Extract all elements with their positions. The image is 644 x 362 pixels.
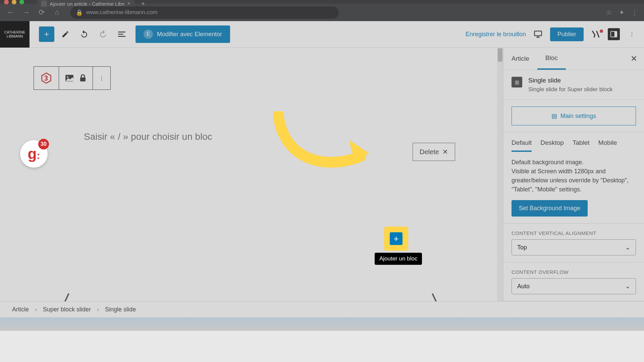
svg-point-4	[67, 76, 68, 78]
tab-favicon-icon	[41, 1, 47, 7]
block-title: Single slide	[528, 77, 612, 84]
set-background-image-button[interactable]: Set Background Image	[512, 200, 588, 217]
settings-list-icon: ▤	[551, 112, 557, 120]
slider-prev-button[interactable]: 〈	[50, 289, 72, 301]
editor-top-toolbar: CATHERINE LIBMANN + E Modifier avec Elem…	[0, 21, 644, 48]
breadcrumb-article[interactable]: Article	[12, 306, 29, 313]
undo-button[interactable]	[76, 26, 92, 42]
device-tabs: Default Desktop Tablet Mobile	[512, 139, 636, 152]
browser-menu-icon[interactable]: ⋮	[631, 8, 638, 16]
toggle-block-inserter-button[interactable]: +	[39, 26, 54, 42]
document-overview-button[interactable]	[114, 26, 129, 42]
logo-line2: LIBMANN	[7, 34, 23, 38]
publish-button[interactable]: Publier	[550, 27, 584, 41]
url-text: www.catherine-libmann.com	[86, 9, 158, 16]
slide-icon	[65, 74, 74, 82]
chevron-down-icon: ⌄	[625, 283, 630, 290]
minimize-window-icon[interactable]	[12, 0, 16, 4]
scrollbar-thumb[interactable]	[498, 48, 502, 62]
tools-pencil-icon[interactable]	[58, 26, 73, 42]
svg-rect-2	[614, 32, 617, 37]
breadcrumb-super-block-slider[interactable]: Super block slider	[43, 306, 91, 313]
vertical-align-value: Top	[517, 244, 527, 251]
elementor-icon: E	[144, 29, 153, 39]
block-description: Single slide for Super slider block	[528, 86, 612, 93]
canvas-scrollbar[interactable]	[497, 48, 503, 301]
logo-line1: CATHERINE	[4, 30, 25, 34]
super-slider-hex-icon	[40, 72, 53, 84]
home-button[interactable]: ⌂	[52, 8, 62, 17]
device-tab-mobile[interactable]: Mobile	[598, 139, 617, 152]
lock-icon	[79, 74, 87, 82]
breadcrumb-single-slide[interactable]: Single slide	[105, 306, 136, 313]
save-draft-link[interactable]: Enregistrer le brouillon	[466, 31, 526, 38]
getgenie-logo-icon: g:	[28, 145, 40, 162]
reload-button[interactable]: ⟳	[37, 8, 46, 17]
delete-label: Delete	[420, 148, 439, 156]
tab-close-icon[interactable]: ×	[127, 1, 130, 7]
device-tab-default[interactable]: Default	[512, 139, 532, 152]
main-settings-button[interactable]: ▤ Main settings	[512, 107, 636, 125]
overflow-select[interactable]: Auto ⌄	[512, 278, 636, 294]
getgenie-badge[interactable]: g: 30	[20, 140, 48, 168]
svg-rect-0	[534, 31, 541, 36]
delete-slide-button[interactable]: Delete ✕	[413, 143, 455, 161]
block-placeholder-text[interactable]: Saisir « / » pour choisir un bloc	[84, 131, 212, 142]
add-block-highlight: +	[384, 227, 408, 251]
kebab-icon: ⋮	[99, 75, 104, 81]
back-button[interactable]: ←	[6, 8, 15, 17]
block-type-button[interactable]	[34, 66, 59, 90]
slider-next-button[interactable]: 〉	[429, 289, 451, 301]
getgenie-count-badge: 30	[38, 139, 49, 149]
close-x-icon: ✕	[442, 148, 448, 156]
redo-button[interactable]	[95, 26, 111, 42]
block-slide-lock-group[interactable]	[59, 66, 93, 90]
yoast-status-dot-icon	[600, 29, 603, 33]
settings-sidebar: Article Bloc ✕ ▥ Single slide Single sli…	[503, 48, 644, 301]
sidebar-close-button[interactable]: ✕	[624, 54, 644, 63]
editor-canvas[interactable]: ⋮ Saisir « / » pour choisir un bloc Dele…	[0, 48, 503, 301]
url-input[interactable]: 🔒 www.catherine-libmann.com	[70, 6, 339, 19]
block-breadcrumb: Article › Super block slider › Single sl…	[0, 301, 644, 317]
block-more-options-button[interactable]: ⋮	[93, 66, 111, 90]
maximize-window-icon[interactable]	[19, 0, 24, 4]
plus-icon: +	[393, 234, 398, 244]
site-logo[interactable]: CATHERINE LIBMANN	[0, 21, 30, 48]
lock-icon: 🔒	[76, 9, 83, 16]
extensions-icon[interactable]: ✦	[619, 8, 625, 16]
block-toolbar: ⋮	[34, 66, 111, 90]
settings-sidebar-toggle[interactable]	[608, 28, 620, 40]
add-block-button[interactable]: +	[390, 232, 402, 245]
block-info-header: ▥ Single slide Single slide for Super sl…	[503, 70, 644, 100]
edit-with-elementor-button[interactable]: E Modifier avec Elementor	[136, 25, 230, 43]
chevron-right-icon: ›	[35, 306, 37, 313]
annotation-arrow-icon	[268, 111, 376, 188]
bookmark-star-icon[interactable]: ☆	[606, 8, 612, 16]
overflow-label: CONTENT OVERFLOW	[512, 269, 636, 275]
close-window-icon[interactable]	[4, 0, 9, 4]
preview-desktop-icon[interactable]	[532, 28, 544, 40]
browser-address-bar: ← → ⟳ ⌂ 🔒 www.catherine-libmann.com ☆ ✦ …	[0, 4, 644, 21]
options-menu-button[interactable]: ⋮	[626, 28, 638, 40]
main-settings-label: Main settings	[560, 113, 596, 120]
sidebar-tabs: Article Bloc ✕	[503, 48, 644, 70]
forward-button[interactable]: →	[21, 8, 31, 17]
vertical-align-select[interactable]: Top ⌄	[512, 239, 636, 255]
device-tab-desktop[interactable]: Desktop	[540, 139, 564, 152]
tab-article[interactable]: Article	[503, 48, 537, 69]
vertical-align-label: CONTENT VERTICAL ALIGNMENT	[512, 230, 636, 236]
single-slide-icon: ▥	[512, 77, 522, 87]
yoast-icon[interactable]	[590, 28, 602, 40]
overflow-value: Auto	[517, 283, 530, 290]
default-bg-description: Default background image. Visible at Scr…	[512, 158, 636, 194]
chevron-right-icon: ›	[97, 306, 99, 313]
tab-bloc[interactable]: Bloc	[537, 48, 566, 70]
add-block-tooltip: Ajouter un bloc	[375, 253, 422, 265]
desktop-background-strip	[0, 317, 644, 331]
device-tab-tablet[interactable]: Tablet	[573, 139, 590, 152]
elementor-label: Modifier avec Elementor	[157, 31, 222, 38]
svg-rect-5	[80, 77, 86, 81]
tab-title: Ajouter un article ‹ Catherine Libn	[50, 1, 124, 7]
chevron-down-icon: ⌄	[625, 244, 630, 251]
